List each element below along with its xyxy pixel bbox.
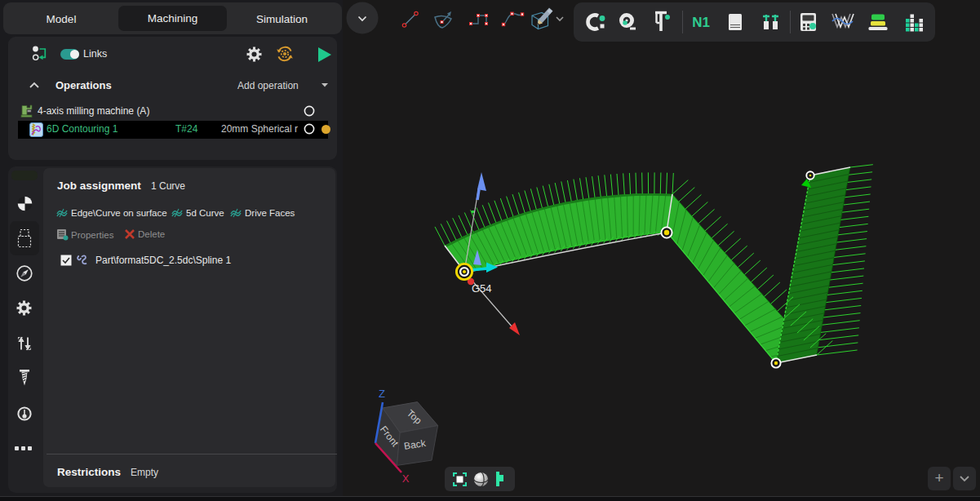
svg-text:N1: N1	[692, 15, 710, 30]
svg-text:X: X	[402, 472, 410, 485]
svg-text:Z: Z	[379, 388, 385, 400]
svg-text:G54: G54	[472, 282, 492, 295]
